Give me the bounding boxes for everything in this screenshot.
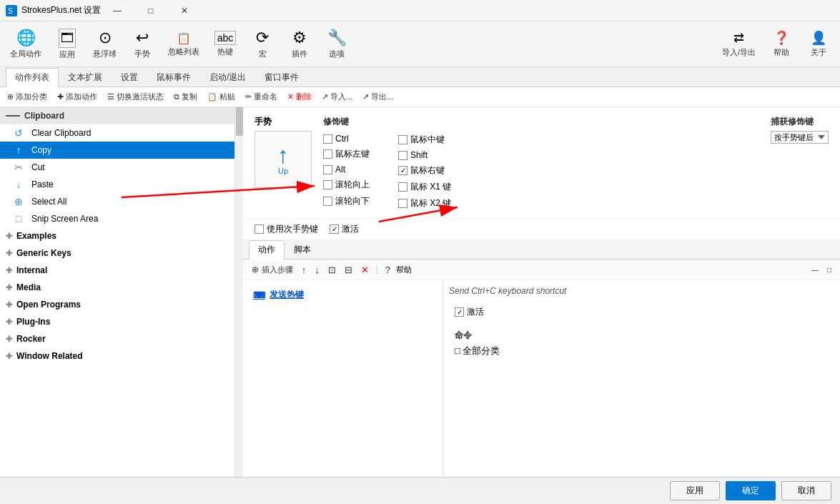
alt-checkbox[interactable] (323, 149, 332, 159)
paste-button[interactable]: 📋 粘贴 (203, 90, 239, 104)
modifier-scroll-up[interactable]: 滚轮向上 (323, 179, 370, 191)
tab-mouse-events[interactable]: 鼠标事件 (147, 68, 200, 87)
tab-text-expand[interactable]: 文本扩展 (59, 68, 112, 87)
capture-select[interactable]: 按手势键后 (771, 131, 829, 144)
modifier-ctrl[interactable]: Ctrl (323, 134, 370, 144)
insert-step-button[interactable]: ⊕ 插入步骤 (249, 262, 296, 277)
list-item-paste[interactable]: ↓ Paste (0, 176, 243, 193)
toolbar-plugin[interactable]: ⚙ 插件 (281, 24, 318, 64)
gesture-icon: ↩ (136, 29, 149, 47)
gesture-modifiers-section: 手势 ↑ Up 修饰键 Ctrl (243, 107, 840, 219)
group-media[interactable]: ✚ Media (0, 279, 243, 296)
toolbar-gesture[interactable]: ↩ 手势 (124, 24, 161, 64)
modifier-mouse-x1[interactable]: 鼠标 X1 键 (398, 181, 451, 193)
ignore-list-icon: 📋 (177, 31, 191, 45)
collapse-line (6, 115, 20, 117)
mouse-x1-checkbox[interactable] (398, 182, 407, 192)
group-internal[interactable]: ✚ Internal (0, 262, 243, 279)
modifier-mouse-x2[interactable]: 鼠标 X2 键 (398, 197, 451, 209)
import-button[interactable]: ↗ 导入... (317, 90, 357, 104)
toolbar-global-action[interactable]: 🌐 全局动作 (3, 24, 49, 64)
delete-button[interactable]: ✕ 删除 (283, 90, 316, 104)
activate-bottom-option[interactable]: 激活 (455, 306, 829, 318)
toolbar-about[interactable]: 👤 关于 (800, 24, 837, 64)
move-up-button[interactable]: ↑ (299, 263, 310, 277)
mouse-right-checkbox[interactable] (398, 166, 407, 175)
window-controls: — □ ✕ (101, 0, 200, 21)
tab-bar: 动作列表 文本扩展 设置 鼠标事件 启动/退出 窗口事件 (0, 67, 840, 87)
scrollbar-thumb[interactable] (236, 107, 243, 136)
toolbar-macro[interactable]: ⟳ 宏 (244, 24, 281, 64)
group-open-programs[interactable]: ✚ Open Programs (0, 296, 243, 313)
mouse-middle-checkbox[interactable] (398, 151, 407, 160)
group-generic-keys[interactable]: ✚ Generic Keys (0, 244, 243, 262)
export-button[interactable]: ↗ 导出... (358, 90, 397, 104)
activate-bottom-checkbox[interactable] (455, 307, 464, 317)
list-item-cut[interactable]: ✂ Cut (0, 159, 243, 176)
maximize-panel-button[interactable]: □ (824, 265, 834, 275)
mouse-x2-checkbox[interactable] (398, 199, 407, 208)
action-list-item-send-hotkey[interactable]: ⌨ 发送热键 (249, 286, 437, 304)
modifier-shift[interactable]: Alt (323, 164, 370, 174)
tab-action-list[interactable]: 动作列表 (6, 68, 59, 87)
activate-option[interactable]: 激活 (330, 223, 359, 235)
list-item-select-all[interactable]: ⊕ Select All (0, 193, 243, 210)
toolbar-options[interactable]: 🔧 选项 (318, 24, 355, 64)
list-item-copy[interactable]: ↑ Copy (0, 142, 243, 159)
use-secondary-option[interactable]: 使用次手势键 (255, 223, 318, 235)
ok-button[interactable]: 确定 (726, 481, 776, 500)
scroll-up-checkbox[interactable] (323, 180, 332, 189)
tab-window-events[interactable]: 窗口事件 (255, 68, 308, 87)
group-plug-ins[interactable]: ✚ Plug-Ins (0, 313, 243, 330)
toolbar-import-export[interactable]: ⇄ 导入/导出 (715, 24, 763, 64)
group-open-programs-label: Open Programs (16, 300, 81, 310)
activate-checkbox[interactable] (330, 224, 339, 234)
group-window-related-icon: ✚ (6, 352, 12, 361)
cancel-button[interactable]: 取消 (781, 481, 831, 500)
scroll-down-checkbox[interactable] (323, 197, 332, 206)
copy-inner-button[interactable]: ⊟ (342, 263, 355, 277)
ctrl-checkbox[interactable] (323, 134, 332, 144)
toolbar-app[interactable]: 🗔 应用 (49, 24, 86, 64)
delete-inner-button[interactable]: ✕ (358, 263, 372, 277)
scroll-down-label: 滚轮向下 (335, 195, 370, 207)
gesture-box[interactable]: ↑ Up (255, 131, 312, 188)
move-down-button[interactable]: ↓ (312, 263, 322, 277)
copy-button[interactable]: ⧉ 复制 (169, 90, 202, 104)
add-category-button[interactable]: ⊕ 添加分类 (3, 90, 51, 104)
help-inner-button[interactable]: ? (382, 263, 393, 277)
mouse-left-checkbox[interactable] (398, 135, 407, 144)
toolbar-hotkey[interactable]: abc 热键 (207, 24, 244, 64)
group-window-related[interactable]: ✚ Window Related (0, 347, 243, 365)
minimize-panel-button[interactable]: — (809, 265, 821, 275)
modifier-scroll-down[interactable]: 滚轮向下 (323, 195, 370, 207)
modifier-mouse-right[interactable]: 鼠标右键 (398, 164, 451, 177)
tab-startup-exit[interactable]: 启动/退出 (200, 68, 255, 87)
toolbar-float-ball[interactable]: ⊙ 悬浮球 (86, 24, 124, 64)
modifier-alt[interactable]: 鼠标左键 (323, 148, 370, 160)
tab-settings[interactable]: 设置 (112, 68, 147, 87)
add-action-button[interactable]: ✚ 添加动作 (53, 90, 102, 104)
minimize-button[interactable]: — (101, 0, 133, 21)
use-secondary-label: 使用次手势键 (267, 223, 318, 235)
list-item-snip-screen[interactable]: □ Snip Screen Area (0, 210, 243, 227)
modifier-mouse-middle[interactable]: Shift (398, 150, 451, 160)
tab-script[interactable]: 脚本 (285, 240, 320, 259)
maximize-button[interactable]: □ (134, 0, 167, 21)
close-button[interactable]: ✕ (168, 0, 200, 21)
app-icon: S (6, 5, 17, 16)
group-examples[interactable]: ✚ Examples (0, 227, 243, 244)
list-item-clear-clipboard[interactable]: ↺ Clear Clipboard (0, 124, 243, 142)
apply-button[interactable]: 应用 (670, 481, 720, 500)
tab-action[interactable]: 动作 (249, 240, 285, 260)
left-panel-scrollbar[interactable] (234, 107, 243, 477)
toggle-state-button[interactable]: ☰ 切换激活状态 (103, 90, 168, 104)
toolbar-help[interactable]: ❓ 帮助 (763, 24, 800, 64)
toolbar-ignore-list[interactable]: 📋 忽略列表 (161, 24, 207, 64)
duplicate-button[interactable]: ⊡ (325, 263, 339, 277)
use-secondary-checkbox[interactable] (255, 224, 264, 234)
group-rocker[interactable]: ✚ Rocker (0, 330, 243, 347)
rename-button[interactable]: ✏ 重命名 (241, 90, 282, 104)
modifier-mouse-left[interactable]: 鼠标中键 (398, 134, 451, 146)
shift-checkbox[interactable] (323, 165, 332, 174)
